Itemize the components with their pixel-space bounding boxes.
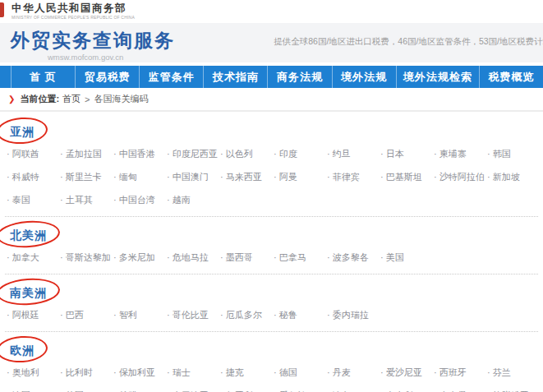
country-name[interactable]: 中国台湾 [119,194,155,206]
country-link[interactable]: ·泰国 [7,188,60,211]
country-link[interactable]: ·拉脱维亚 [487,384,541,392]
country-name[interactable]: 孟加拉国 [66,148,102,160]
country-link[interactable]: ·危地马拉 [167,246,220,269]
country-link[interactable]: ·美国 [380,246,434,269]
country-link[interactable]: ·巴西 [60,303,113,326]
country-name[interactable]: 巴西 [66,309,84,321]
country-link[interactable]: ·法国 [7,384,60,392]
country-link[interactable]: ·约旦 [327,142,380,165]
country-name[interactable]: 希腊 [119,390,137,392]
country-link[interactable]: ·巴基斯坦 [380,165,434,188]
country-name[interactable]: 委内瑞拉 [333,309,369,321]
country-name[interactable]: 德国 [279,367,297,379]
country-link[interactable]: ·卢森堡 [434,384,487,392]
country-name[interactable]: 墨西哥 [226,251,253,264]
country-name[interactable]: 波多黎各 [333,251,369,264]
country-link[interactable]: ·克罗地亚 [167,384,220,392]
country-link[interactable]: ·冰岛 [327,384,380,392]
country-link[interactable]: ·加拿大 [7,246,60,269]
country-link[interactable]: ·柬埔寨 [434,142,487,165]
country-name[interactable]: 日本 [386,148,404,160]
country-link[interactable]: ·科威特 [7,165,60,188]
country-link[interactable]: ·马来西亚 [220,165,274,188]
country-name[interactable]: 巴拿马 [279,251,306,264]
country-name[interactable]: 捷克 [226,367,244,379]
country-name[interactable]: 哥伦比亚 [173,309,209,321]
country-name[interactable]: 印度尼西亚 [173,148,218,160]
country-name[interactable]: 厄瓜多尔 [226,309,262,321]
country-link[interactable]: ·阿曼 [274,165,327,188]
country-link[interactable]: ·中国香港 [113,142,167,165]
country-link[interactable]: ·德国 [274,361,327,384]
country-name[interactable]: 科威特 [12,171,39,183]
country-name[interactable]: 比利时 [66,367,93,379]
country-link[interactable]: ·厄瓜多尔 [220,303,274,326]
country-name[interactable]: 法国 [12,390,30,392]
nav-item-5[interactable]: 境外法规 [333,66,397,88]
country-link[interactable]: ·印度尼西亚 [167,142,220,165]
country-link[interactable]: ·日本 [380,142,434,165]
country-link[interactable]: ·波多黎各 [327,246,380,269]
country-name[interactable]: 缅甸 [119,171,137,183]
country-link[interactable]: ·阿联酋 [7,142,60,165]
country-name[interactable]: 西班牙 [439,367,467,379]
country-name[interactable]: 匈牙利 [226,390,253,392]
country-name[interactable]: 马来西亚 [226,171,262,183]
country-name[interactable]: 冰岛 [333,390,351,392]
country-link[interactable]: ·墨西哥 [220,246,274,269]
country-name[interactable]: 斯里兰卡 [66,171,102,183]
country-name[interactable]: 保加利亚 [119,367,155,379]
country-link[interactable]: ·瑞士 [167,361,220,384]
country-name[interactable]: 丹麦 [333,367,351,379]
country-link[interactable]: ·多米尼加 [113,246,167,269]
country-link[interactable]: ·中国澳门 [167,165,220,188]
country-name[interactable]: 巴基斯坦 [386,171,422,183]
country-link[interactable]: ·委内瑞拉 [327,303,380,326]
country-link[interactable]: ·菲律宾 [327,165,380,188]
country-name[interactable]: 秘鲁 [279,309,297,321]
country-name[interactable]: 以色列 [226,148,253,160]
country-link[interactable]: ·捷克 [220,361,274,384]
country-link[interactable]: ·印度 [274,142,327,165]
country-name[interactable]: 美国 [386,251,404,264]
country-link[interactable]: ·韩国 [487,142,541,165]
country-name[interactable]: 芬兰 [493,367,511,379]
country-name[interactable]: 中国澳门 [173,171,209,183]
country-name[interactable]: 卢森堡 [439,390,467,392]
nav-item-0[interactable]: 首 页 [12,66,76,88]
country-name[interactable]: 沙特阿拉伯 [439,171,485,183]
country-link[interactable]: ·英国 [60,384,113,392]
country-link[interactable]: ·以色列 [220,142,274,165]
country-name[interactable]: 约旦 [333,148,351,160]
country-name[interactable]: 拉脱维亚 [493,390,529,392]
country-link[interactable]: ·巴拿马 [274,246,327,269]
country-name[interactable]: 智利 [119,309,137,321]
country-link[interactable]: ·斯里兰卡 [60,165,113,188]
country-link[interactable]: ·土耳其 [60,188,113,211]
country-name[interactable]: 爱尔兰 [279,390,306,392]
country-link[interactable]: ·保加利亚 [113,361,167,384]
country-name[interactable]: 阿联酋 [12,148,39,160]
country-link[interactable]: ·中国台湾 [113,188,167,211]
country-name[interactable]: 阿根廷 [12,309,39,321]
country-link[interactable]: ·奥地利 [7,361,60,384]
country-link[interactable]: ·秘鲁 [274,303,327,326]
country-name[interactable]: 哥斯达黎加 [66,251,111,264]
country-name[interactable]: 印度 [279,148,297,160]
country-link[interactable]: ·哥伦比亚 [167,303,220,326]
country-link[interactable]: ·丹麦 [327,361,380,384]
country-name[interactable]: 韩国 [493,148,511,160]
country-name[interactable]: 英国 [66,390,84,392]
country-link[interactable]: ·新加坡 [487,165,541,188]
country-name[interactable]: 土耳其 [66,194,93,206]
country-link[interactable]: ·西班牙 [434,361,487,384]
country-name[interactable]: 加拿大 [12,251,39,264]
country-name[interactable]: 中国香港 [119,148,155,160]
country-link[interactable]: ·孟加拉国 [60,142,113,165]
country-link[interactable]: ·匈牙利 [220,384,274,392]
country-name[interactable]: 爱沙尼亚 [386,367,422,379]
country-name[interactable]: 意大利 [386,390,413,392]
country-name[interactable]: 柬埔寨 [439,148,467,160]
nav-item-2[interactable]: 监管条件 [140,66,204,88]
nav-item-4[interactable]: 商务法规 [268,66,332,88]
